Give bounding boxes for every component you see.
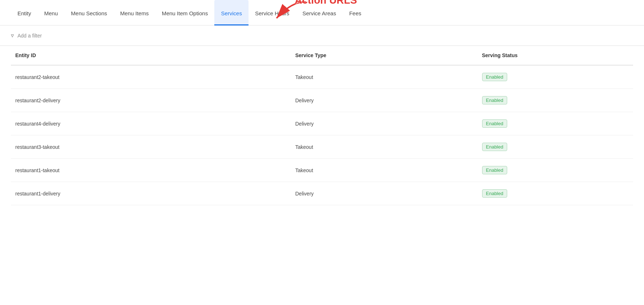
table-row[interactable]: restaurant3-takeoutTakeoutEnabled <box>11 135 633 159</box>
tab-navigation: Entity Menu Menu Sections Menu Items Men… <box>0 0 644 25</box>
table-row[interactable]: restaurant1-deliveryDeliveryEnabled <box>11 182 633 205</box>
cell-serving-status: Enabled <box>478 182 633 205</box>
table-row[interactable]: restaurant2-takeoutTakeoutEnabled <box>11 65 633 89</box>
cell-service-type: Delivery <box>291 89 478 112</box>
cell-serving-status: Enabled <box>478 89 633 112</box>
tab-menu-item-options[interactable]: Menu Item Options <box>155 0 215 25</box>
col-header-serving-status: Serving Status <box>478 46 633 65</box>
cell-entity-id: restaurant1-takeout <box>11 159 291 182</box>
cell-entity-id: restaurant2-delivery <box>11 89 291 112</box>
table-header-row: Entity ID Service Type Serving Status <box>11 46 633 65</box>
cell-entity-id: restaurant4-delivery <box>11 112 291 135</box>
cell-entity-id: restaurant2-takeout <box>11 65 291 89</box>
cell-entity-id: restaurant3-takeout <box>11 135 291 159</box>
cell-serving-status: Enabled <box>478 135 633 159</box>
tab-menu[interactable]: Menu <box>38 0 65 25</box>
filter-placeholder[interactable]: Add a filter <box>17 33 42 39</box>
table-row[interactable]: restaurant1-takeoutTakeoutEnabled <box>11 159 633 182</box>
services-table: Entity ID Service Type Serving Status re… <box>11 46 633 205</box>
table-row[interactable]: restaurant4-deliveryDeliveryEnabled <box>11 112 633 135</box>
cell-serving-status: Enabled <box>478 112 633 135</box>
tab-service-areas[interactable]: Service Areas <box>296 0 343 25</box>
cell-service-type: Delivery <box>291 182 478 205</box>
tab-menu-sections[interactable]: Menu Sections <box>64 0 114 25</box>
filter-icon: ▿ <box>11 32 14 39</box>
status-badge: Enabled <box>482 166 508 174</box>
status-badge: Enabled <box>482 73 508 81</box>
col-header-entity-id: Entity ID <box>11 46 291 65</box>
cell-service-type: Takeout <box>291 65 478 89</box>
tab-services[interactable]: Services <box>214 0 249 25</box>
table-container: Entity ID Service Type Serving Status re… <box>0 46 644 205</box>
tab-fees[interactable]: Fees <box>343 0 368 25</box>
status-badge: Enabled <box>482 96 508 104</box>
status-badge: Enabled <box>482 119 508 128</box>
col-header-service-type: Service Type <box>291 46 478 65</box>
table-row[interactable]: restaurant2-deliveryDeliveryEnabled <box>11 89 633 112</box>
cell-entity-id: restaurant1-delivery <box>11 182 291 205</box>
tab-service-hours[interactable]: Service Hours <box>249 0 296 25</box>
tab-entity[interactable]: Entity <box>11 0 38 25</box>
cell-service-type: Takeout <box>291 135 478 159</box>
cell-service-type: Delivery <box>291 112 478 135</box>
filter-bar: ▿ Add a filter <box>0 25 644 46</box>
page-wrapper: Entity Menu Menu Sections Menu Items Men… <box>0 0 644 305</box>
cell-serving-status: Enabled <box>478 159 633 182</box>
cell-service-type: Takeout <box>291 159 478 182</box>
status-badge: Enabled <box>482 143 508 151</box>
status-badge: Enabled <box>482 189 508 198</box>
tab-menu-items[interactable]: Menu Items <box>114 0 155 25</box>
cell-serving-status: Enabled <box>478 65 633 89</box>
